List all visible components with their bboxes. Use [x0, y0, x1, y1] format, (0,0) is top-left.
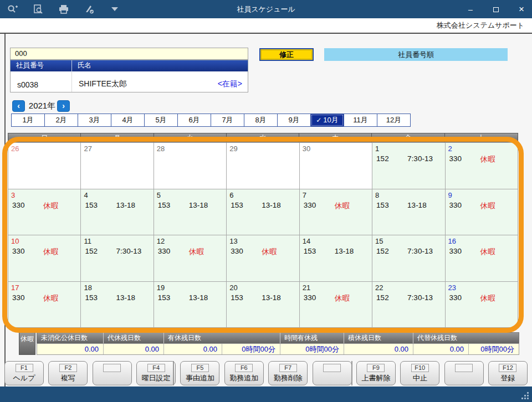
- tab-month-4[interactable]: 4月: [111, 114, 145, 127]
- calendar-cell[interactable]: 17330休暇: [8, 282, 81, 328]
- fkey-f9-button[interactable]: F9上書解除: [356, 361, 396, 385]
- calendar-cell[interactable]: 7330休暇: [300, 189, 372, 236]
- shift-code: 152: [85, 247, 110, 255]
- tab-month-9[interactable]: 9月: [277, 114, 311, 127]
- fkey-f2-button[interactable]: F2複写: [48, 361, 88, 385]
- calendar-cell[interactable]: 615313-18: [227, 189, 299, 236]
- calendar-cell[interactable]: 111527:30-13: [81, 235, 154, 282]
- shift-code: 153: [158, 293, 183, 302]
- calendar-cell[interactable]: 1915313-18: [154, 282, 227, 328]
- calendar-cell[interactable]: 28: [154, 143, 227, 189]
- month-tab-label: 8月: [255, 116, 266, 124]
- calendar-cell[interactable]: 2330休暇: [446, 143, 518, 189]
- day-number: 12: [154, 235, 226, 245]
- fkey-key-label: F10: [411, 364, 429, 372]
- fkey-f10-button[interactable]: F10中止: [400, 361, 439, 385]
- tab-month-11[interactable]: 11月: [344, 114, 377, 127]
- day-number: 6: [227, 189, 299, 199]
- calendar-cell[interactable]: 9330休暇: [446, 189, 518, 236]
- month-tab-label: 1月: [22, 116, 33, 124]
- tab-month-3[interactable]: 3月: [78, 114, 111, 127]
- calendar-cell[interactable]: 221527:30-13: [372, 282, 445, 328]
- calendar-cell[interactable]: 21330休暇: [300, 282, 372, 328]
- prev-year-button[interactable]: ‹: [12, 100, 25, 112]
- calendar-cell[interactable]: 12330休暇: [154, 235, 227, 282]
- calendar-cell[interactable]: 3330休暇: [8, 189, 81, 236]
- fkey-key-label: [323, 364, 341, 372]
- print-icon[interactable]: [58, 4, 70, 15]
- calendar-cell[interactable]: 415313-18: [81, 189, 154, 236]
- fkey-f7-button[interactable]: F7勤務削除: [268, 361, 308, 385]
- calendar-cell[interactable]: 10330休暇: [8, 235, 81, 282]
- summary-header: 時間有休残: [280, 333, 344, 343]
- calendar-cell[interactable]: 1415313-18: [300, 235, 372, 282]
- maximize-button[interactable]: [491, 5, 501, 14]
- calendar-cell[interactable]: 151527:30-13: [372, 235, 445, 282]
- fkey-f4-button[interactable]: F4曜日設定: [136, 361, 176, 385]
- calendar-cell[interactable]: 515313-18: [154, 189, 227, 236]
- day-number: 28: [154, 143, 226, 153]
- holiday-label: 休暇: [480, 293, 495, 303]
- day-number: 5: [154, 189, 226, 199]
- fkey-key-label: F2: [59, 364, 77, 372]
- fkey-f5-button[interactable]: F5事由追加: [180, 361, 219, 385]
- calendar-cell[interactable]: 2015313-18: [227, 282, 299, 328]
- fkey-f12-button[interactable]: F12登録: [488, 361, 528, 385]
- shift-code: 153: [304, 247, 329, 255]
- calendar-cell[interactable]: 27: [81, 143, 154, 189]
- day-header: 土: [445, 133, 518, 142]
- day-number: 13: [227, 235, 299, 245]
- summary-value: 0時間00分: [469, 344, 519, 354]
- day-number: 26: [8, 143, 80, 153]
- tab-month-7[interactable]: 7月: [211, 114, 244, 127]
- resize-grip[interactable]: [521, 391, 529, 399]
- close-button[interactable]: ×: [516, 4, 526, 15]
- holiday-label: 休暇: [480, 247, 495, 257]
- shift-code: 330: [449, 247, 475, 257]
- calendar-cell[interactable]: 1815313-18: [81, 282, 154, 328]
- minimize-button[interactable]: –: [466, 5, 475, 14]
- tab-month-5[interactable]: 5月: [144, 114, 178, 127]
- print-preview-icon[interactable]: [32, 4, 44, 15]
- employee-table-header: 社員番号 氏名: [10, 60, 248, 71]
- search-add-icon[interactable]: [7, 4, 19, 15]
- day-number: 30: [300, 143, 372, 153]
- calendar-cell[interactable]: 815313-18: [372, 189, 445, 236]
- shift-code: 153: [231, 293, 256, 302]
- edit-mode-button[interactable]: 修正: [259, 48, 314, 61]
- shift-time: 7:30-13: [407, 293, 433, 302]
- calendar-cell[interactable]: 29: [227, 143, 299, 189]
- calendar-cell[interactable]: 23330休暇: [446, 282, 518, 328]
- tab-month-8[interactable]: 8月: [244, 114, 278, 127]
- shift-time: 13-18: [262, 293, 281, 302]
- sort-order-button[interactable]: 社員番号順: [324, 48, 508, 61]
- employee-row[interactable]: s0038 SHIFTEE太郎 <在籍>: [10, 71, 248, 92]
- left-edge-divider: [4, 34, 6, 386]
- tab-month-12[interactable]: 12月: [377, 114, 411, 127]
- employee-filter-input[interactable]: 000: [10, 48, 248, 60]
- shift-code: 153: [231, 201, 256, 209]
- calendar-cell[interactable]: 13330休暇: [227, 235, 299, 282]
- tab-month-1[interactable]: 1月: [11, 114, 45, 127]
- tab-month-10[interactable]: ✓10月: [310, 114, 344, 127]
- fkey-f6-button[interactable]: F6勤務追加: [224, 361, 264, 385]
- employee-name: SHIFTEE太郎: [79, 79, 127, 89]
- tab-month-6[interactable]: 6月: [177, 114, 211, 127]
- shift-time: 13-18: [262, 201, 281, 209]
- month-tab-label: 6月: [188, 116, 200, 124]
- fkey-f1-button[interactable]: F1ヘルプ: [4, 361, 44, 385]
- calendar-cell[interactable]: 11527:30-13: [372, 143, 445, 189]
- calendar-cell[interactable]: 30: [300, 143, 372, 189]
- calendar-cell[interactable]: 26: [8, 143, 81, 189]
- fkey-text-label: 登録: [500, 373, 515, 383]
- tab-month-2[interactable]: 2月: [44, 114, 78, 127]
- month-tab-label: 4月: [122, 116, 133, 124]
- calendar-cell[interactable]: 16330休暇: [446, 235, 518, 282]
- next-year-button[interactable]: ›: [57, 100, 70, 112]
- schedule-entry: 330休暇: [8, 201, 80, 211]
- signature-check-icon[interactable]: [83, 4, 95, 15]
- filter-caret-icon[interactable]: [109, 4, 121, 15]
- fkey-text-label: 勤務削除: [274, 373, 303, 383]
- shift-code: 152: [376, 154, 402, 163]
- schedule-calendar: 日月火水木金土 262728293011527:30-132330休暇3330休…: [8, 133, 518, 328]
